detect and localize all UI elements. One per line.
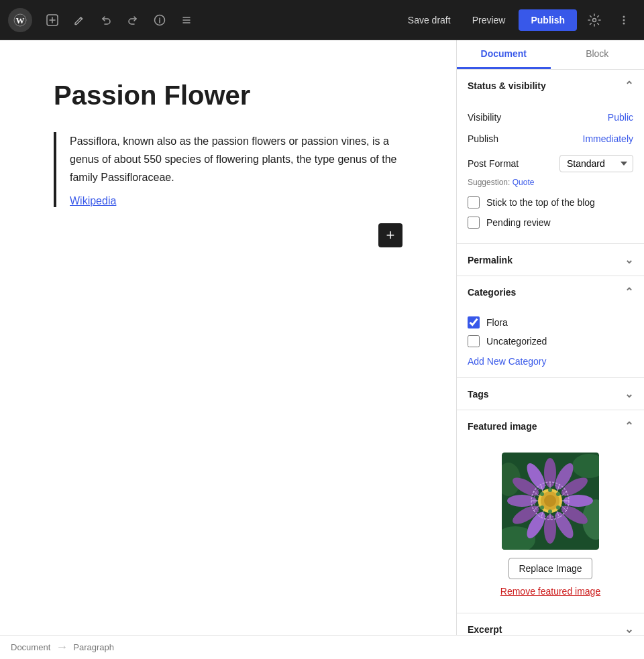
stick-to-top-label: Stick to the top of the blog: [486, 197, 595, 208]
post-title[interactable]: Passion Flower: [54, 80, 402, 111]
panel-header-featured-image[interactable]: Featured image ⌃: [457, 410, 644, 442]
pending-review-row: Pending review: [468, 213, 633, 233]
panel-header-excerpt[interactable]: Excerpt ⌄: [457, 613, 644, 635]
tab-block[interactable]: Block: [551, 40, 645, 69]
tab-document[interactable]: Document: [457, 40, 551, 69]
info-button[interactable]: [148, 8, 172, 32]
panel-title-permalink: Permalink: [468, 255, 513, 265]
visibility-row: Visibility Public: [468, 107, 633, 128]
panel-status-visibility: Status & visibility ⌃ Visibility Public …: [457, 70, 644, 244]
svg-point-47: [540, 492, 544, 496]
panel-title-status: Status & visibility: [468, 80, 546, 91]
remove-featured-image-link[interactable]: Remove featured image: [468, 586, 633, 597]
panel-title-excerpt: Excerpt: [468, 624, 502, 635]
panel-categories: Categories ⌃ Flora Uncategorized Add New…: [457, 276, 644, 378]
post-format-select[interactable]: Standard Aside Image Video Quote Link: [559, 155, 633, 172]
publish-label: Publish: [468, 133, 498, 144]
status-bar: Document → Paragraph: [0, 635, 644, 659]
panel-header-status[interactable]: Status & visibility ⌃: [457, 70, 644, 101]
post-format-label: Post Format: [468, 158, 519, 169]
svg-point-4: [593, 18, 596, 21]
panel-header-categories[interactable]: Categories ⌃: [457, 276, 644, 308]
svg-point-6: [623, 19, 625, 21]
settings-button[interactable]: [582, 8, 606, 32]
svg-text:W: W: [16, 15, 25, 25]
wp-logo: W: [8, 8, 32, 32]
publish-value[interactable]: Immediately: [583, 133, 633, 144]
chevron-up-icon-categories: ⌃: [625, 286, 633, 298]
pending-review-label: Pending review: [486, 217, 551, 228]
status-document-label[interactable]: Document: [11, 642, 50, 652]
blockquote-text: Passiflora, known also as the passion fl…: [70, 132, 402, 187]
category-flora: Flora: [468, 313, 633, 332]
featured-image-wrap: Replace Image Remove featured image: [468, 447, 633, 602]
undo-button[interactable]: [94, 8, 118, 32]
blockquote-block: Passiflora, known also as the passion fl…: [54, 132, 402, 207]
svg-point-5: [623, 15, 625, 17]
svg-point-42: [548, 488, 552, 492]
visibility-label: Visibility: [468, 112, 501, 123]
category-uncategorized: Uncategorized: [468, 332, 633, 351]
category-uncategorized-label: Uncategorized: [486, 336, 547, 347]
suggestion-label: Suggestion:: [468, 178, 510, 187]
replace-image-button[interactable]: Replace Image: [508, 558, 592, 579]
chevron-down-icon-permalink: ⌄: [625, 253, 633, 266]
category-flora-label: Flora: [486, 317, 508, 328]
stick-to-top-checkbox[interactable]: [468, 196, 480, 208]
svg-point-7: [623, 22, 625, 24]
panel-permalink: Permalink ⌄: [457, 244, 644, 276]
stick-to-top-row: Stick to the top of the blog: [468, 192, 633, 213]
chevron-up-icon: ⌃: [625, 79, 633, 92]
panel-featured-image: Featured image ⌃: [457, 410, 644, 613]
wikipedia-link[interactable]: Wikipedia: [70, 195, 402, 207]
svg-point-46: [540, 505, 544, 510]
add-icon: +: [386, 227, 395, 244]
redo-button[interactable]: [121, 8, 145, 32]
toolbar: W Save dr: [0, 0, 644, 40]
publish-button[interactable]: Publish: [519, 9, 577, 31]
panel-header-permalink[interactable]: Permalink ⌄: [457, 244, 644, 276]
svg-point-44: [556, 505, 560, 510]
panel-body-categories: Flora Uncategorized Add New Category: [457, 308, 644, 377]
more-options-button[interactable]: [612, 8, 636, 32]
svg-point-41: [544, 495, 556, 507]
category-uncategorized-checkbox[interactable]: [468, 335, 480, 347]
visibility-value[interactable]: Public: [608, 112, 633, 123]
panel-tags: Tags ⌄: [457, 378, 644, 410]
preview-button[interactable]: Preview: [464, 11, 514, 29]
edit-button[interactable]: [67, 8, 91, 32]
featured-image[interactable]: [502, 453, 599, 550]
sidebar-tabs: Document Block: [457, 40, 644, 70]
add-block-inline-button[interactable]: +: [378, 223, 402, 247]
chevron-down-icon-tags: ⌄: [625, 387, 633, 400]
svg-point-43: [556, 492, 560, 496]
svg-point-45: [548, 510, 552, 514]
chevron-down-icon-excerpt: ⌄: [625, 623, 633, 635]
panel-body-featured-image: Replace Image Remove featured image: [457, 442, 644, 613]
chevron-up-icon-featured-image: ⌃: [625, 420, 633, 432]
status-paragraph-label: Paragraph: [73, 642, 114, 652]
toolbar-right: Save draft Preview Publish: [400, 8, 636, 32]
status-separator: →: [56, 640, 68, 654]
panel-title-featured-image: Featured image: [468, 421, 537, 432]
publish-row: Publish Immediately: [468, 128, 633, 149]
add-new-category-link[interactable]: Add New Category: [468, 356, 633, 367]
suggestion-row: Suggestion: Quote: [468, 178, 633, 192]
pending-review-checkbox[interactable]: [468, 217, 480, 229]
main-layout: Passion Flower Passiflora, known also as…: [0, 40, 644, 635]
suggestion-quote-link[interactable]: Quote: [513, 178, 535, 187]
sidebar: Document Block Status & visibility ⌃ Vis…: [456, 40, 644, 635]
editor-area: Passion Flower Passiflora, known also as…: [0, 40, 456, 635]
add-block-button[interactable]: [40, 8, 64, 32]
panel-body-status: Visibility Public Publish Immediately Po…: [457, 101, 644, 243]
panel-title-tags: Tags: [468, 389, 489, 400]
panel-title-categories: Categories: [468, 287, 516, 298]
category-flora-checkbox[interactable]: [468, 316, 480, 328]
list-view-button[interactable]: [174, 8, 199, 32]
panel-header-tags[interactable]: Tags ⌄: [457, 378, 644, 410]
post-format-row: Post Format Standard Aside Image Video Q…: [468, 149, 633, 178]
panel-excerpt: Excerpt ⌄: [457, 613, 644, 635]
save-draft-button[interactable]: Save draft: [400, 11, 459, 29]
